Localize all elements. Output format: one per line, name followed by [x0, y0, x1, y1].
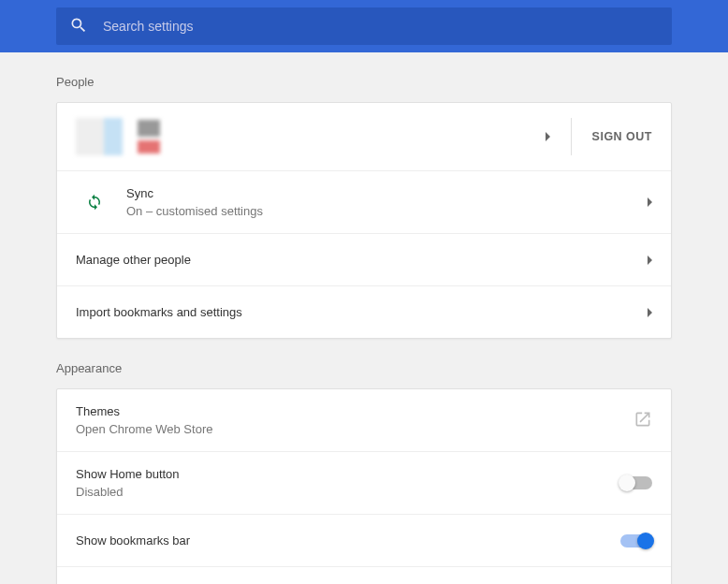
appearance-card: Themes Open Chrome Web Store Show Home b… — [56, 388, 672, 584]
chevron-right-icon — [546, 132, 550, 141]
chevron-right-icon — [648, 256, 652, 265]
sync-subtitle: On – customised settings — [126, 204, 648, 218]
search-input[interactable] — [103, 19, 659, 34]
sync-title: Sync — [126, 186, 648, 200]
profile-row[interactable]: SIGN OUT — [57, 103, 671, 170]
chevron-right-icon — [648, 308, 652, 317]
sync-icon — [76, 194, 113, 211]
home-button-title: Show Home button — [76, 467, 620, 481]
sync-row[interactable]: Sync On – customised settings — [57, 170, 671, 233]
profile-identity — [76, 118, 160, 155]
section-title-appearance: Appearance — [56, 361, 672, 375]
manage-people-label: Manage other people — [76, 253, 648, 267]
avatar — [76, 118, 123, 155]
section-title-people: People — [56, 75, 672, 89]
search-icon — [69, 16, 88, 37]
import-bookmarks-row[interactable]: Import bookmarks and settings — [57, 285, 671, 338]
bookmarks-bar-row: Show bookmarks bar — [57, 514, 671, 566]
sign-out-button[interactable]: SIGN OUT — [592, 130, 652, 143]
content: People SIGN OUT Sync On – customised set… — [0, 75, 728, 584]
chevron-right-icon — [648, 197, 652, 207]
themes-title: Themes — [76, 404, 633, 418]
home-button-toggle[interactable] — [620, 476, 652, 489]
import-bookmarks-label: Import bookmarks and settings — [76, 305, 648, 319]
open-external-icon — [633, 410, 652, 431]
manage-people-row[interactable]: Manage other people — [57, 233, 671, 285]
header-bar — [0, 0, 728, 52]
search-bar[interactable] — [56, 7, 672, 45]
themes-row[interactable]: Themes Open Chrome Web Store — [57, 389, 671, 451]
themes-subtitle: Open Chrome Web Store — [76, 422, 633, 436]
home-button-subtitle: Disabled — [76, 485, 620, 499]
profile-name-redacted — [138, 120, 160, 153]
font-size-row: Font size Medium (Recommended) — [57, 566, 671, 584]
bookmarks-bar-title: Show bookmarks bar — [76, 533, 620, 548]
divider — [571, 118, 572, 155]
bookmarks-bar-toggle[interactable] — [620, 534, 652, 548]
home-button-row: Show Home button Disabled — [57, 451, 671, 514]
people-card: SIGN OUT Sync On – customised settings M… — [56, 102, 672, 339]
